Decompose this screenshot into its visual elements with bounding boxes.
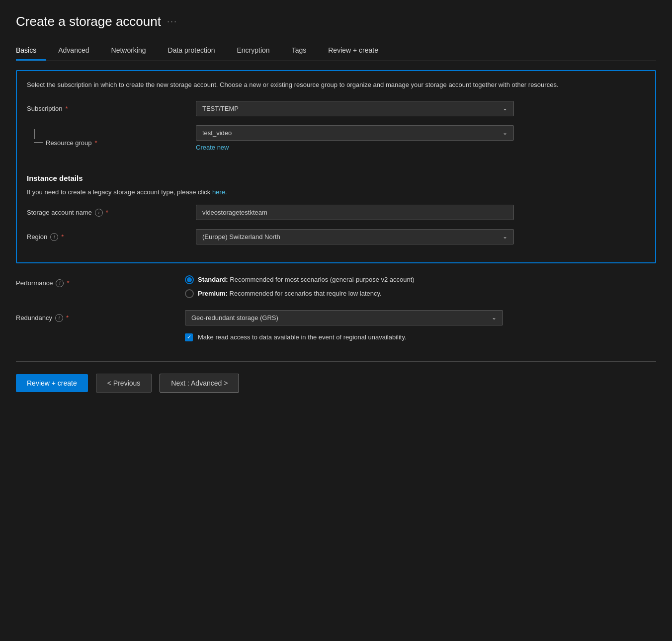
- redundancy-label: Redundancy i *: [16, 310, 185, 322]
- info-box: Select the subscription in which to crea…: [16, 70, 656, 263]
- tab-advanced[interactable]: Advanced: [58, 41, 99, 61]
- region-control: (Europe) Switzerland North ⌄: [196, 229, 645, 244]
- redundancy-dropdown[interactable]: Geo-redundant storage (GRS) ⌄: [185, 310, 503, 325]
- tab-networking[interactable]: Networking: [111, 41, 156, 61]
- performance-row: Performance i * Standard: Recommended fo…: [16, 275, 656, 298]
- tab-tags[interactable]: Tags: [292, 41, 317, 61]
- performance-required-star: *: [67, 279, 69, 287]
- resource-group-row: Resource group * test_video ⌄ Create new: [27, 125, 645, 151]
- storage-account-name-control: [196, 205, 645, 220]
- region-required-star: *: [61, 233, 64, 240]
- performance-standard-radio-icon: [185, 275, 194, 284]
- resource-group-control: test_video ⌄ Create new: [196, 125, 645, 151]
- next-button[interactable]: Next : Advanced >: [160, 374, 239, 393]
- subscription-required-star: *: [66, 105, 68, 112]
- previous-button[interactable]: < Previous: [96, 374, 152, 393]
- redundancy-control: Geo-redundant storage (GRS) ⌄ ✓ Make rea…: [185, 310, 656, 341]
- subscription-dropdown[interactable]: TEST/TEMP ⌄: [196, 101, 514, 116]
- review-create-button[interactable]: Review + create: [16, 374, 88, 392]
- subscription-row: Subscription * TEST/TEMP ⌄: [27, 101, 645, 116]
- legacy-text: If you need to create a legacy storage a…: [27, 188, 645, 196]
- performance-info-icon[interactable]: i: [56, 279, 64, 287]
- redundancy-required-star: *: [66, 314, 69, 321]
- redundancy-checkbox-label: Make read access to data available in th…: [198, 333, 407, 341]
- storage-account-name-input[interactable]: [196, 205, 514, 220]
- resource-group-dropdown-chevron-icon: ⌄: [503, 129, 507, 136]
- resource-group-label: Resource group: [46, 139, 92, 147]
- region-row: Region i * (Europe) Switzerland North ⌄: [27, 229, 645, 244]
- legacy-link[interactable]: here.: [212, 188, 227, 196]
- storage-account-name-label: Storage account name i *: [27, 205, 196, 217]
- tab-data-protection[interactable]: Data protection: [168, 41, 225, 61]
- region-label: Region i *: [27, 229, 196, 241]
- performance-label: Performance i *: [16, 275, 185, 287]
- subscription-control: TEST/TEMP ⌄: [196, 101, 645, 116]
- instance-details-title: Instance details: [27, 174, 645, 182]
- tab-encryption[interactable]: Encryption: [237, 41, 280, 61]
- redundancy-dropdown-chevron-icon: ⌄: [492, 314, 497, 321]
- resource-group-label-wrapper: Resource group *: [27, 125, 196, 147]
- info-box-description: Select the subscription in which to crea…: [27, 80, 645, 90]
- redundancy-checkbox[interactable]: ✓: [185, 333, 193, 341]
- subscription-dropdown-chevron-icon: ⌄: [503, 105, 507, 112]
- subscription-label: Subscription *: [27, 101, 196, 112]
- performance-standard-option[interactable]: Standard: Recommended for most scenarios…: [185, 275, 656, 284]
- storage-account-name-row: Storage account name i *: [27, 205, 645, 220]
- ellipsis-menu-button[interactable]: ···: [167, 16, 177, 27]
- redundancy-checkbox-row: ✓ Make read access to data available in …: [185, 333, 656, 341]
- tab-review-create[interactable]: Review + create: [328, 41, 388, 61]
- tabs-row: Basics Advanced Networking Data protecti…: [16, 41, 656, 61]
- resource-group-dropdown[interactable]: test_video ⌄: [196, 125, 514, 141]
- storage-account-name-info-icon[interactable]: i: [95, 209, 103, 217]
- storage-account-name-required-star: *: [106, 209, 108, 216]
- region-dropdown[interactable]: (Europe) Switzerland North ⌄: [196, 229, 514, 244]
- tab-basics[interactable]: Basics: [16, 41, 46, 61]
- performance-standard-label: Standard: Recommended for most scenarios…: [198, 276, 415, 283]
- bottom-bar: Review + create < Previous Next : Advanc…: [16, 361, 656, 406]
- performance-premium-radio-icon: [185, 289, 194, 298]
- redundancy-info-icon[interactable]: i: [55, 314, 63, 322]
- create-new-resource-group-link[interactable]: Create new: [196, 144, 645, 151]
- redundancy-row: Redundancy i * Geo-redundant storage (GR…: [16, 310, 656, 341]
- performance-premium-option[interactable]: Premium: Recommended for scenarios that …: [185, 289, 656, 298]
- performance-premium-label: Premium: Recommended for scenarios that …: [198, 290, 382, 297]
- redundancy-checkmark-icon: ✓: [187, 334, 191, 340]
- page-title: Create a storage account: [16, 14, 161, 29]
- resource-group-required-star: *: [95, 139, 97, 147]
- outside-section: Performance i * Standard: Recommended fo…: [16, 275, 656, 341]
- performance-options: Standard: Recommended for most scenarios…: [185, 275, 656, 298]
- region-info-icon[interactable]: i: [50, 233, 58, 241]
- region-dropdown-chevron-icon: ⌄: [503, 233, 507, 240]
